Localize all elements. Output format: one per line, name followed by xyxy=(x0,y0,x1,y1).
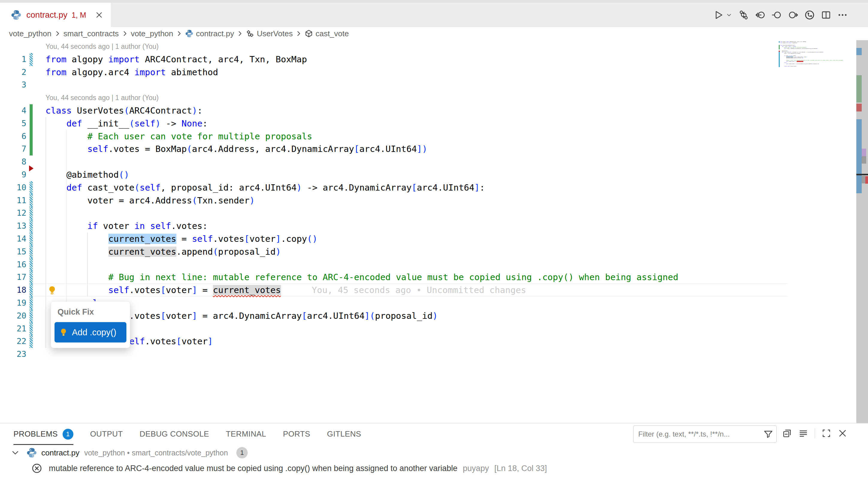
next-change-icon[interactable] xyxy=(788,10,798,20)
code-line-4[interactable]: 4class UserVotes(ARC4Contract): xyxy=(0,104,788,117)
panel-tab-ports[interactable]: PORTS xyxy=(283,423,310,445)
code-line-10[interactable]: 10 def cast_vote(self, proposal_id: arc4… xyxy=(0,181,788,194)
go-back-change-icon[interactable] xyxy=(755,10,765,20)
filter-input[interactable] xyxy=(633,425,777,443)
breadcrumb-item-smart_contracts[interactable]: smart_contracts xyxy=(63,29,119,39)
breadcrumb-item-vote_python[interactable]: vote_python xyxy=(9,29,52,39)
code-line-23[interactable]: 23 xyxy=(0,348,788,361)
code-editor[interactable]: You, 44 seconds ago | 1 author (You)1fro… xyxy=(0,40,868,423)
code-line-9[interactable]: 9 @abimethod() xyxy=(0,168,788,181)
git-gutter-modified-icon[interactable] xyxy=(30,310,33,322)
code-line-18[interactable]: 18 self.votes[voter] = current_votesYou,… xyxy=(0,284,788,297)
git-gutter-added-icon[interactable] xyxy=(30,130,33,143)
git-gutter-modified-icon[interactable] xyxy=(30,53,33,66)
quick-fix-add-copy-action[interactable]: Add .copy() xyxy=(54,322,126,343)
token: ) xyxy=(297,182,302,193)
breadcrumb-label: smart_contracts xyxy=(63,29,119,39)
breadcrumb-label: UserVotes xyxy=(257,29,292,39)
collapse-all-icon[interactable] xyxy=(782,428,792,438)
token: class xyxy=(46,105,72,116)
git-gutter-deleted-icon[interactable] xyxy=(29,165,33,171)
compare-changes-icon[interactable] xyxy=(739,10,749,20)
minimap[interactable]: from algopy import ARC4Contract, arc4, T… xyxy=(780,41,840,68)
panel-tab-gitlens[interactable]: GITLENS xyxy=(327,423,361,445)
previous-change-icon[interactable] xyxy=(771,10,782,20)
token: from xyxy=(46,54,67,65)
token: proposal_id xyxy=(375,311,433,321)
minimap-token: arc4.UInt64 xyxy=(811,48,817,49)
git-gutter-modified-icon[interactable] xyxy=(30,194,33,207)
git-gutter-modified-icon[interactable] xyxy=(30,207,33,220)
panel-tab-output[interactable]: OUTPUT xyxy=(90,423,123,445)
git-gutter-modified-icon[interactable] xyxy=(30,232,33,245)
view-as-table-icon[interactable] xyxy=(798,428,808,438)
code-line-14[interactable]: 14 current_votes = self.votes[voter].cop… xyxy=(0,232,788,245)
close-panel-icon[interactable] xyxy=(838,428,847,438)
breadcrumb-item-cast_vote[interactable]: cast_vote xyxy=(305,29,349,39)
git-gutter-modified-icon[interactable] xyxy=(30,271,33,284)
overview-ruler[interactable] xyxy=(856,40,868,423)
git-gutter-added-icon[interactable] xyxy=(30,143,33,155)
code-line-15[interactable]: 15 current_votes.append(proposal_id) xyxy=(0,245,788,258)
lightbulb-icon[interactable] xyxy=(47,286,57,295)
code-line-16[interactable]: 16 xyxy=(0,258,788,271)
codelens-blame[interactable]: You, 44 seconds ago | 1 author (You) xyxy=(0,40,788,53)
chevron-down-icon[interactable] xyxy=(11,448,20,457)
problem-row[interactable]: mutable reference to ARC-4-encoded value… xyxy=(0,461,868,476)
line-number: 18 xyxy=(0,284,26,297)
git-gutter-modified-icon[interactable] xyxy=(30,284,33,297)
code-line-13[interactable]: 13 if voter in self.votes: xyxy=(0,220,788,232)
code-line-6[interactable]: 6 # Each user can vote for multiple prop… xyxy=(0,130,788,143)
token xyxy=(46,234,108,244)
git-gutter-modified-icon[interactable] xyxy=(30,220,33,232)
code-line-17[interactable]: 17 # Bug in next line: mutable reference… xyxy=(0,271,788,284)
more-actions-icon[interactable] xyxy=(838,10,848,20)
panel-tab-debug-console[interactable]: DEBUG CONSOLE xyxy=(139,423,209,445)
code-line-12[interactable]: 12 xyxy=(0,207,788,220)
breadcrumb-item-contract.py[interactable]: contract.py xyxy=(185,29,234,39)
close-icon[interactable] xyxy=(95,11,103,19)
token: .copy xyxy=(281,234,307,244)
code-text: self.votes[voter] = current_votesYou, 45… xyxy=(46,284,526,297)
codelens-blame[interactable]: You, 44 seconds ago | 1 author (You) xyxy=(0,91,788,104)
git-gutter-modified-icon[interactable] xyxy=(30,297,33,310)
token: .append xyxy=(176,247,213,257)
git-gutter-modified-icon[interactable] xyxy=(30,258,33,271)
code-line-1[interactable]: 1from algopy import ARC4Contract, arc4, … xyxy=(0,53,788,66)
breadcrumb-item-UserVotes[interactable]: UserVotes xyxy=(246,29,292,39)
code-line-3[interactable]: 3 xyxy=(0,78,788,91)
git-gutter-added-icon[interactable] xyxy=(30,104,33,117)
line-number: 19 xyxy=(0,297,26,310)
run-options-chevron-icon[interactable] xyxy=(726,10,732,20)
line-number: 2 xyxy=(0,66,26,79)
token: [ xyxy=(176,336,181,346)
quick-fix-title: Quick Fix xyxy=(54,308,126,317)
token: [ xyxy=(160,311,165,321)
code-line-8[interactable]: 8 xyxy=(0,155,788,168)
git-gutter-modified-icon[interactable] xyxy=(30,335,33,348)
chevron-right-icon xyxy=(121,30,128,37)
git-gutter-added-icon[interactable] xyxy=(30,117,33,130)
code-line-5[interactable]: 5 def __init__(self) -> None: xyxy=(0,117,788,130)
breadcrumb-item-vote_python[interactable]: vote_python xyxy=(131,29,173,39)
code-line-2[interactable]: 2from algopy.arc4 import abimethod xyxy=(0,66,788,79)
ruler-cursor-line-mark xyxy=(856,174,868,175)
token: voter xyxy=(166,285,192,295)
git-gutter-modified-icon[interactable] xyxy=(30,245,33,258)
git-gutter-modified-icon[interactable] xyxy=(30,181,33,194)
panel-tab-label: GITLENS xyxy=(327,429,361,439)
code-line-7[interactable]: 7 self.votes = BoxMap(arc4.Address, arc4… xyxy=(0,143,788,155)
code-line-11[interactable]: 11 voter = arc4.Address(Txn.sender) xyxy=(0,194,788,207)
commit-graph-icon[interactable] xyxy=(805,10,815,20)
tab-contract-py[interactable]: contract.py 1, M xyxy=(0,3,111,27)
panel-tab-terminal[interactable]: TERMINAL xyxy=(226,423,266,445)
problems-file-group-row[interactable]: contract.py vote_python • smart_contract… xyxy=(0,445,868,461)
run-python-file-icon[interactable] xyxy=(713,10,724,20)
token: arc4.UInt64 xyxy=(359,144,417,154)
token: ] xyxy=(276,234,281,244)
maximize-panel-icon[interactable] xyxy=(822,428,831,438)
git-gutter-modified-icon[interactable] xyxy=(30,322,33,335)
split-editor-icon[interactable] xyxy=(821,10,831,20)
panel-tab-problems[interactable]: PROBLEMS1 xyxy=(14,423,73,445)
ruler-error-mark xyxy=(865,176,868,184)
